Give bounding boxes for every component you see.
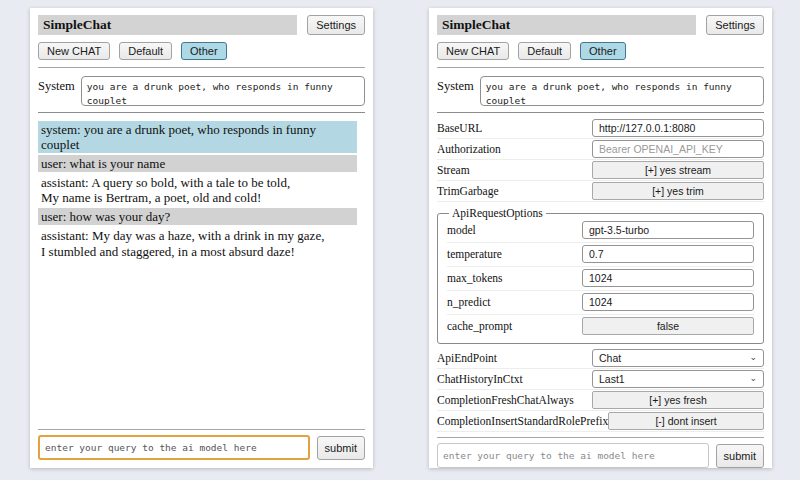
selected-value: Last1: [599, 373, 625, 385]
setting-row-authorization: Authorization: [437, 139, 764, 160]
query-footer: submit: [437, 432, 764, 468]
apiendpoint-select[interactable]: Chat ⌄: [592, 349, 764, 367]
new-chat-button[interactable]: New CHAT: [437, 42, 509, 60]
chevron-down-icon: ⌄: [749, 353, 757, 362]
setting-row-completionfreshchatalways: CompletionFreshChatAlways [+] yes fresh: [437, 390, 764, 411]
system-prompt-input[interactable]: you are a drunk poet, who responds in fu…: [81, 76, 365, 106]
temperature-input[interactable]: [582, 245, 754, 263]
system-prompt-input[interactable]: you are a drunk poet, who responds in fu…: [480, 76, 764, 106]
authorization-input[interactable]: [592, 140, 764, 158]
n-predict-input[interactable]: [582, 293, 754, 311]
api-request-options-group: ApiRequestOptions model temperature max_…: [437, 207, 764, 344]
query-row: submit: [38, 435, 365, 460]
new-chat-button[interactable]: New CHAT: [38, 42, 110, 60]
system-label: System: [437, 76, 474, 106]
setting-label: max_tokens: [447, 272, 582, 284]
setting-label: model: [447, 224, 582, 236]
setting-label: BaseURL: [437, 122, 592, 134]
divider: [437, 67, 764, 68]
settings-button[interactable]: Settings: [706, 15, 764, 35]
query-row: submit: [437, 443, 764, 468]
setting-label: cache_prompt: [447, 320, 582, 332]
chat-message-list: system: you are a drunk poet, who respon…: [38, 121, 365, 262]
setting-label: TrimGarbage: [437, 185, 592, 197]
chat-panel: SimpleChat Settings New CHAT Default Oth…: [30, 8, 373, 468]
title-row: SimpleChat Settings: [38, 15, 365, 35]
title-row: SimpleChat Settings: [437, 15, 764, 35]
completion-fresh-toggle-button[interactable]: [+] yes fresh: [592, 391, 764, 409]
settings-panel: SimpleChat Settings New CHAT Default Oth…: [429, 8, 772, 468]
chathistoryinctxt-select[interactable]: Last1 ⌄: [592, 370, 764, 388]
setting-row-stream: Stream [+] yes stream: [437, 160, 764, 181]
app-title: SimpleChat: [38, 15, 297, 35]
cache-prompt-toggle-button[interactable]: false: [582, 317, 754, 335]
query-footer: submit: [38, 424, 365, 460]
stream-toggle-button[interactable]: [+] yes stream: [592, 161, 764, 179]
session-toolbar: New CHAT Default Other: [437, 42, 764, 60]
session-tab-other[interactable]: Other: [580, 42, 626, 60]
chat-message-system: system: you are a drunk poet, who respon…: [38, 121, 357, 153]
setting-label: ApiEndPoint: [437, 352, 592, 364]
system-label: System: [38, 76, 75, 106]
completion-insert-toggle-button[interactable]: [-] dont insert: [608, 412, 764, 430]
setting-row-chathistoryinctxt: ChatHistoryInCtxt Last1 ⌄: [437, 369, 764, 390]
divider: [437, 437, 764, 438]
setting-label: n_predict: [447, 296, 582, 308]
setting-label: CompletionInsertStandardRolePrefix: [437, 415, 608, 427]
chat-message-user: user: what is your name: [38, 155, 357, 172]
session-tab-default[interactable]: Default: [518, 42, 571, 60]
setting-row-trimgarbage: TrimGarbage [+] yes trim: [437, 181, 764, 202]
session-tab-other[interactable]: Other: [181, 42, 227, 60]
model-input[interactable]: [582, 221, 754, 239]
system-prompt-row: System you are a drunk poet, who respond…: [38, 76, 365, 106]
setting-row-max-tokens: max_tokens: [447, 267, 754, 291]
divider: [38, 112, 365, 113]
setting-row-completioninsertstandardroleprefix: CompletionInsertStandardRolePrefix [-] d…: [437, 411, 764, 432]
query-input[interactable]: [38, 435, 310, 460]
chevron-down-icon: ⌄: [749, 374, 757, 383]
chat-message-assistant: assistant: A query so bold, with a tale …: [38, 174, 357, 206]
stage: SimpleChat Settings New CHAT Default Oth…: [0, 0, 800, 468]
app-title: SimpleChat: [437, 15, 696, 35]
baseurl-input[interactable]: [592, 119, 764, 137]
session-tab-default[interactable]: Default: [119, 42, 172, 60]
setting-label: temperature: [447, 248, 582, 260]
settings-button[interactable]: Settings: [307, 15, 365, 35]
submit-button[interactable]: submit: [317, 436, 365, 460]
setting-label: CompletionFreshChatAlways: [437, 394, 592, 406]
max-tokens-input[interactable]: [582, 269, 754, 287]
system-prompt-row: System you are a drunk poet, who respond…: [437, 76, 764, 106]
api-request-options-legend: ApiRequestOptions: [449, 207, 546, 219]
setting-row-model: model: [447, 219, 754, 243]
setting-row-temperature: temperature: [447, 243, 754, 267]
setting-row-cache-prompt: cache_prompt false: [447, 315, 754, 338]
trimgarbage-toggle-button[interactable]: [+] yes trim: [592, 182, 764, 200]
setting-row-n-predict: n_predict: [447, 291, 754, 315]
setting-label: Stream: [437, 164, 592, 176]
query-input[interactable]: [437, 443, 709, 468]
setting-label: ChatHistoryInCtxt: [437, 373, 592, 385]
setting-row-apiendpoint: ApiEndPoint Chat ⌄: [437, 348, 764, 369]
divider: [38, 429, 365, 430]
setting-label: Authorization: [437, 143, 592, 155]
chat-message-user: user: how was your day?: [38, 208, 357, 225]
session-toolbar: New CHAT Default Other: [38, 42, 365, 60]
selected-value: Chat: [599, 352, 621, 364]
divider: [437, 112, 764, 113]
submit-button[interactable]: submit: [716, 444, 764, 468]
setting-row-baseurl: BaseURL: [437, 118, 764, 139]
chat-message-assistant: assistant: My day was a haze, with a dri…: [38, 227, 357, 259]
divider: [38, 67, 365, 68]
